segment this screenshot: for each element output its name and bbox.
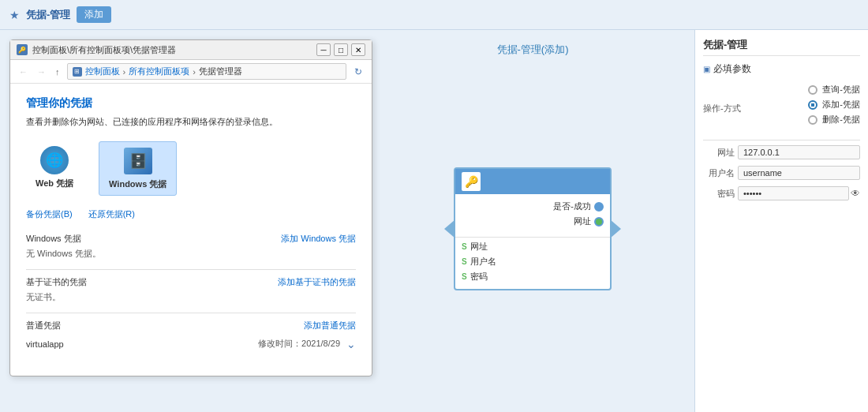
up-button[interactable]: ↑ bbox=[53, 66, 62, 77]
maximize-button[interactable]: □ bbox=[334, 43, 348, 56]
entry-right: 修改时间：2021/8/29 ⌄ bbox=[258, 338, 356, 350]
node-header: 🔑 bbox=[455, 169, 610, 194]
section-cert-row: 基于证书的凭据 添加基于证书的凭据 bbox=[26, 276, 356, 288]
refresh-button[interactable]: ↻ bbox=[351, 66, 365, 78]
credential-heading: 管理你的凭据 bbox=[26, 96, 356, 110]
main-content: 🔑 控制面板\所有控制面板项\凭据管理器 ─ □ ✕ ← → ↑ ⊞ 控制面板 … bbox=[0, 30, 868, 412]
web-icon: 🌐 bbox=[39, 146, 70, 174]
password-field-label: 密码 bbox=[703, 188, 735, 200]
required-params-header: ▣ 必填参数 bbox=[703, 62, 860, 76]
output-row-success: 是否-成功 bbox=[468, 200, 604, 212]
add-windows-cred-link[interactable]: 添加 Windows 凭据 bbox=[281, 233, 356, 245]
radio-add[interactable]: 添加-凭据 bbox=[808, 99, 860, 110]
input-row-username: S 用户名 bbox=[462, 256, 604, 268]
required-params-label: 必填参数 bbox=[713, 62, 751, 76]
window-body: 管理你的凭据 查看并删除你为网站、已连接的应用程序和网络保存的登录信息。 🌐 W… bbox=[10, 84, 372, 376]
top-bar: ★ 凭据-管理 添加 bbox=[0, 0, 868, 30]
input-s-url: S bbox=[462, 242, 467, 251]
entry-expand-button[interactable]: ⌄ bbox=[346, 338, 356, 350]
node-outputs: 是否-成功 网址 bbox=[455, 194, 610, 237]
breadcrumb-1[interactable]: 控制面板 bbox=[85, 66, 120, 77]
radio-delete[interactable]: 删除-凭据 bbox=[808, 114, 860, 125]
address-bar: ← → ↑ ⊞ 控制面板 › 所有控制面板项 › 凭据管理器 ↻ bbox=[10, 60, 372, 84]
section-windows-credentials: Windows 凭据 添加 Windows 凭据 无 Windows 凭据。 bbox=[26, 233, 356, 260]
window-title-text: 控制面板\所有控制面板项\凭据管理器 bbox=[32, 44, 176, 56]
input-row-url: S 网址 bbox=[462, 241, 604, 253]
eye-icon[interactable]: 👁 bbox=[851, 188, 860, 199]
username-field-row: 用户名 username bbox=[703, 166, 860, 180]
node-arrow-left bbox=[444, 219, 455, 238]
password-field-value[interactable]: •••••• bbox=[738, 186, 849, 200]
radio-delete-circle bbox=[808, 115, 817, 125]
credential-actions: 备份凭据(B) 还原凭据(R) bbox=[26, 208, 356, 220]
cred-entry-virtualapp: virtualapp 修改时间：2021/8/29 ⌄ bbox=[26, 335, 356, 354]
radio-add-label: 添加-凭据 bbox=[822, 99, 860, 110]
input-s-username: S bbox=[462, 257, 467, 266]
web-tab-label: Web 凭据 bbox=[36, 178, 73, 189]
input-s-password: S bbox=[462, 272, 467, 281]
add-generic-cred-link[interactable]: 添加普通凭据 bbox=[304, 320, 356, 331]
output-label-url: 网址 bbox=[574, 215, 591, 227]
operation-radio-group: 查询-凭据 添加-凭据 删除-凭据 bbox=[808, 84, 860, 125]
radio-delete-label: 删除-凭据 bbox=[822, 114, 860, 125]
add-button[interactable]: 添加 bbox=[77, 6, 111, 23]
entry-name: virtualapp bbox=[26, 339, 64, 349]
no-windows-creds: 无 Windows 凭据。 bbox=[26, 248, 356, 260]
no-cert-creds: 无证书。 bbox=[26, 291, 356, 303]
password-field-row: 密码 •••••• 👁 bbox=[703, 186, 860, 200]
add-cert-cred-link[interactable]: 添加基于证书的凭据 bbox=[278, 276, 356, 288]
window-controls[interactable]: ─ □ ✕ bbox=[316, 43, 365, 56]
radio-query-circle bbox=[808, 85, 817, 95]
close-button[interactable]: ✕ bbox=[351, 43, 365, 56]
forward-button[interactable]: → bbox=[35, 66, 48, 77]
input-label-username: 用户名 bbox=[470, 256, 496, 268]
section-windows-title: Windows 凭据 bbox=[26, 233, 81, 245]
workflow-node: 🔑 是否-成功 网址 S 网址 bbox=[454, 167, 612, 290]
radio-query[interactable]: 查询-凭据 bbox=[808, 84, 860, 96]
topbar-icon: ★ bbox=[9, 9, 20, 21]
window-icon: 🔑 bbox=[17, 44, 28, 55]
breadcrumb-2[interactable]: 所有控制面板项 bbox=[129, 66, 189, 77]
radio-query-label: 查询-凭据 bbox=[822, 84, 860, 96]
minimize-button[interactable]: ─ bbox=[316, 43, 331, 56]
topbar-title: 凭据-管理 bbox=[26, 8, 70, 22]
globe-icon: 🌐 bbox=[40, 146, 69, 174]
node-header-icon: 🔑 bbox=[462, 172, 481, 191]
output-dot-success bbox=[594, 202, 604, 212]
input-label-url: 网址 bbox=[470, 241, 488, 253]
radio-add-circle bbox=[808, 100, 817, 110]
breadcrumb-icon: ⊞ bbox=[73, 67, 82, 77]
section-cert-title: 基于证书的凭据 bbox=[26, 276, 87, 288]
node-arrow-right bbox=[610, 219, 621, 238]
credential-window: 🔑 控制面板\所有控制面板项\凭据管理器 ─ □ ✕ ← → ↑ ⊞ 控制面板 … bbox=[9, 39, 372, 376]
workflow-title: 凭据-管理(添加) bbox=[497, 43, 569, 57]
credential-tabs: 🌐 Web 凭据 🗄️ Windows 凭据 bbox=[26, 141, 356, 196]
back-button[interactable]: ← bbox=[17, 66, 30, 77]
tab-web-credential[interactable]: 🌐 Web 凭据 bbox=[26, 141, 83, 196]
section-cert-credentials: 基于证书的凭据 添加基于证书的凭据 无证书。 bbox=[26, 276, 356, 303]
divider-2 bbox=[26, 313, 356, 313]
restore-link[interactable]: 还原凭据(R) bbox=[88, 208, 135, 220]
collapse-icon[interactable]: ▣ bbox=[703, 65, 710, 73]
windows-tab-label: Windows 凭据 bbox=[109, 178, 166, 190]
breadcrumb-bar: ⊞ 控制面板 › 所有控制面板项 › 凭据管理器 bbox=[67, 63, 347, 80]
output-row-url: 网址 bbox=[468, 215, 604, 227]
windows-icon: 🗄️ bbox=[122, 147, 154, 175]
window-titlebar: 🔑 控制面板\所有控制面板项\凭据管理器 ─ □ ✕ bbox=[10, 40, 372, 60]
operation-label: 操作-方式 bbox=[703, 103, 741, 114]
username-field-value[interactable]: username bbox=[738, 166, 860, 180]
sep-2: › bbox=[193, 67, 196, 77]
breadcrumb-3: 凭据管理器 bbox=[199, 66, 242, 77]
url-field-value[interactable]: 127.0.0.1 bbox=[738, 145, 860, 159]
tab-windows-credential[interactable]: 🗄️ Windows 凭据 bbox=[99, 141, 177, 196]
username-field-label: 用户名 bbox=[703, 167, 735, 179]
url-field-label: 网址 bbox=[703, 147, 735, 159]
backup-link[interactable]: 备份凭据(B) bbox=[26, 208, 73, 220]
section-generic-title: 普通凭据 bbox=[26, 320, 61, 331]
entry-modified: 修改时间：2021/8/29 bbox=[258, 338, 340, 350]
window-title-left: 🔑 控制面板\所有控制面板项\凭据管理器 bbox=[17, 44, 176, 56]
output-label-success: 是否-成功 bbox=[553, 200, 591, 212]
right-panel: 凭据-管理 ▣ 必填参数 操作-方式 查询-凭据 添加-凭据 删除-凭据 bbox=[694, 30, 868, 412]
section-generic-credentials: 普通凭据 添加普通凭据 virtualapp 修改时间：2021/8/29 ⌄ bbox=[26, 320, 356, 354]
output-dot-url bbox=[594, 217, 604, 227]
